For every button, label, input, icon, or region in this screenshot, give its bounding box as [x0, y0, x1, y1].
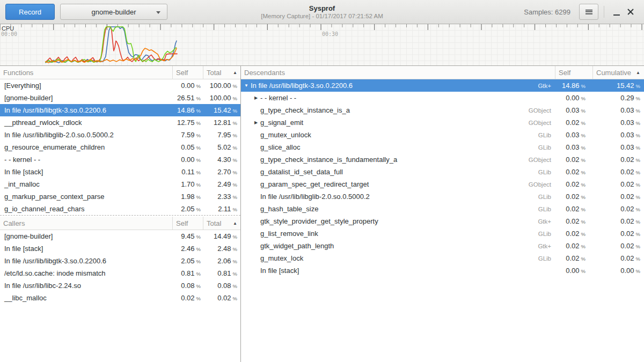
- percent-sign: %: [196, 108, 201, 114]
- descendant-name: g_list_remove_linkGLib: [241, 230, 555, 238]
- minimize-button[interactable]: [610, 5, 624, 19]
- record-button[interactable]: Record: [5, 4, 55, 20]
- percent-sign: %: [581, 256, 586, 262]
- percent-value: 14.86%: [173, 106, 203, 114]
- functions-row[interactable]: __pthread_rwlock_rdlock12.75%12.81%: [0, 116, 240, 129]
- functions-row[interactable]: - - kernel - -0.00%4.30%: [0, 153, 240, 166]
- functions-row[interactable]: g_resource_enumerate_children0.05%5.02%: [0, 141, 240, 153]
- descendant-name: g_mutex_unlockGLib: [241, 131, 555, 139]
- callers-row[interactable]: In file /usr/lib/libc-2.24.so0.08%0.08%: [0, 279, 240, 292]
- function-name-text: __pthread_rwlock_rdlock: [4, 119, 82, 127]
- callers-column-header-name[interactable]: Callers: [0, 217, 173, 230]
- descendant-name-text: g_datalist_id_set_data_full: [260, 168, 343, 176]
- value-text: 12.81: [214, 119, 231, 127]
- callers-row[interactable]: [gnome-builder]9.45%14.49%: [0, 230, 240, 242]
- callers-row[interactable]: __libc_malloc0.02%0.02%: [0, 292, 240, 304]
- cpu-line-cpu2: [46, 27, 176, 62]
- column-label: Self: [176, 69, 188, 77]
- value-text: 0.03: [620, 119, 634, 127]
- descendants-row[interactable]: g_mutex_lockGLib0.02%0.02%: [241, 252, 644, 264]
- percent-sign: %: [233, 157, 237, 163]
- percent-sign: %: [581, 243, 586, 249]
- library-badge: Gtk+: [538, 83, 555, 89]
- target-selector-dropdown[interactable]: gnome-builder: [60, 4, 167, 20]
- value-text: 0.03: [566, 131, 579, 139]
- descendant-name-text: gtk_widget_path_length: [260, 242, 334, 250]
- expander-open-icon[interactable]: ▼: [242, 83, 251, 88]
- descendants-column-header-self[interactable]: Self: [555, 66, 593, 79]
- function-name-text: In file /usr/lib/libglib-2.0.so.0.5000.2: [4, 131, 114, 139]
- value-text: 0.02: [566, 230, 579, 238]
- descendants-row[interactable]: g_list_remove_linkGLib0.02%0.02%: [241, 227, 644, 240]
- functions-row[interactable]: g_io_channel_read_chars2.05%2.11%: [0, 203, 240, 215]
- descendants-row[interactable]: gtk_style_provider_get_style_propertyGtk…: [241, 215, 644, 227]
- descendants-row[interactable]: g_mutex_unlockGLib0.03%0.03%: [241, 129, 644, 141]
- descendants-row[interactable]: g_hash_table_sizeGLib0.02%0.02%: [241, 203, 644, 215]
- functions-column-header-name[interactable]: Functions: [0, 66, 173, 79]
- descendants-row[interactable]: g_type_check_instance_is_fundamentally_a…: [241, 153, 644, 166]
- function-name-text: /etc/ld.so.cache: inode mismatch: [4, 269, 106, 277]
- samples-count: Samples: 6299: [524, 8, 570, 16]
- percent-sign: %: [196, 246, 201, 252]
- time-tick-mid: 00:30: [322, 31, 338, 37]
- percent-value: 26.51%: [173, 94, 203, 102]
- functions-row[interactable]: [Everything]0.00%100.00%: [0, 79, 240, 92]
- callers-row[interactable]: In file [stack]2.46%2.48%: [0, 242, 240, 255]
- descendants-row[interactable]: ▼In file /usr/lib/libgtk-3.so.0.2200.6Gt…: [241, 79, 644, 92]
- functions-row[interactable]: g_markup_parse_context_parse1.98%2.33%: [0, 190, 240, 203]
- percent-value: 9.45%: [173, 232, 203, 240]
- percent-value: 0.29%: [593, 94, 644, 102]
- function-name: In file /usr/lib/libgtk-3.so.0.2200.6: [0, 106, 173, 114]
- descendants-row[interactable]: gtk_widget_path_lengthGtk+0.02%0.02%: [241, 240, 644, 252]
- descendants-row[interactable]: g_slice_allocGLib0.03%0.03%: [241, 141, 644, 153]
- callers-row[interactable]: /etc/ld.so.cache: inode mismatch0.81%0.8…: [0, 267, 240, 279]
- callers-row[interactable]: In file /usr/lib/libgtk-3.so.0.2200.62.0…: [0, 255, 240, 267]
- cpu-graph[interactable]: CPU 00:00 00:30: [0, 24, 644, 66]
- functions-row[interactable]: In file [stack]0.11%2.70%: [0, 166, 240, 178]
- value-text: 0.81: [217, 269, 231, 277]
- descendants-table: DescendantsSelfCumulative▲▼In file /usr/…: [241, 66, 644, 277]
- column-label: Total: [207, 219, 221, 227]
- functions-row[interactable]: [gnome-builder]26.51%100.00%: [0, 92, 240, 104]
- percent-value: 0.02%: [593, 193, 644, 201]
- percent-sign: %: [581, 108, 586, 114]
- value-text: 0.05: [181, 143, 194, 151]
- functions-column-header-total[interactable]: Total▲: [203, 66, 240, 79]
- left-pane: FunctionsSelfTotal▲[Everything]0.00%100.…: [0, 66, 241, 362]
- functions-column-header-self[interactable]: Self: [173, 66, 203, 79]
- descendants-row[interactable]: g_param_spec_get_redirect_targetGObject0…: [241, 178, 644, 190]
- value-text: 0.81: [181, 269, 194, 277]
- expander-closed-icon[interactable]: ▶: [252, 95, 260, 100]
- descendants-row[interactable]: In file /usr/lib/libglib-2.0.so.0.5000.2…: [241, 190, 644, 203]
- descendants-row[interactable]: ▶g_signal_emitGObject0.02%0.03%: [241, 116, 644, 129]
- percent-sign: %: [636, 206, 640, 212]
- functions-row[interactable]: _int_malloc1.70%2.49%: [0, 178, 240, 190]
- value-text: 7.95: [217, 131, 231, 139]
- functions-row[interactable]: In file /usr/lib/libglib-2.0.so.0.5000.2…: [0, 129, 240, 141]
- percent-value: 0.11%: [173, 168, 203, 176]
- percent-value: 0.05%: [173, 143, 203, 151]
- callers-column-header-total[interactable]: Total▲: [203, 217, 240, 230]
- percent-sign: %: [636, 268, 640, 274]
- percent-sign: %: [636, 231, 640, 237]
- percent-value: 7.95%: [203, 131, 240, 139]
- percent-sign: %: [581, 95, 586, 101]
- descendants-row[interactable]: In file [stack]0.00%0.00%: [241, 264, 644, 277]
- close-button[interactable]: [624, 5, 638, 19]
- percent-value: 0.03%: [593, 131, 644, 139]
- descendant-name-text: - - kernel - -: [260, 94, 296, 102]
- value-text: 14.86: [177, 106, 195, 114]
- descendants-row[interactable]: g_datalist_id_set_data_fullGLib0.02%0.02…: [241, 166, 644, 178]
- callers-column-header-self[interactable]: Self: [173, 217, 203, 230]
- descendants-column-header-name[interactable]: Descendants: [241, 66, 555, 79]
- descendants-column-header-cumulative[interactable]: Cumulative▲: [593, 66, 644, 79]
- value-text: 0.02: [566, 119, 579, 127]
- percent-value: 2.11%: [203, 205, 240, 213]
- function-name: In file /usr/lib/libglib-2.0.so.0.5000.2: [0, 131, 173, 139]
- functions-row[interactable]: In file /usr/lib/libgtk-3.so.0.2200.614.…: [0, 104, 240, 116]
- descendants-row[interactable]: g_type_check_instance_is_aGObject0.03%0.…: [241, 104, 644, 116]
- expander-closed-icon[interactable]: ▶: [252, 120, 260, 125]
- menu-button[interactable]: [579, 4, 598, 20]
- descendant-name-text: In file [stack]: [260, 267, 299, 275]
- descendants-row[interactable]: ▶- - kernel - -0.00%0.29%: [241, 92, 644, 104]
